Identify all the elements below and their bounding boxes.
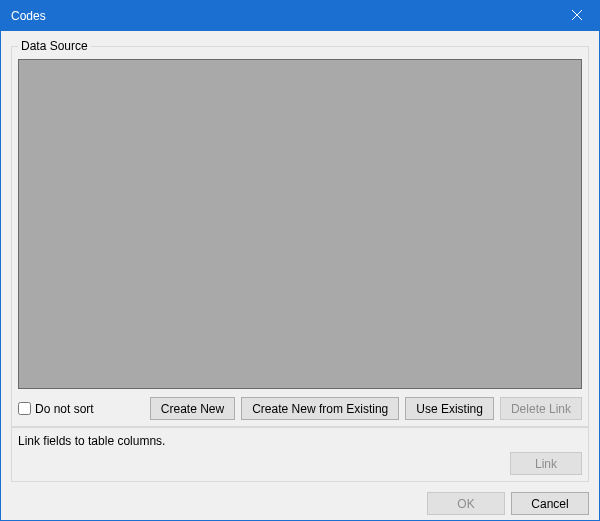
window-title: Codes — [11, 9, 46, 23]
do-not-sort-checkbox[interactable] — [18, 402, 31, 415]
use-existing-button[interactable]: Use Existing — [405, 397, 494, 420]
create-new-from-existing-button[interactable]: Create New from Existing — [241, 397, 399, 420]
data-source-grid[interactable] — [18, 59, 582, 389]
client-area: Data Source Do not sort Create New Creat… — [1, 31, 599, 521]
close-icon — [572, 9, 582, 23]
link-fields-group: Link fields to table columns. Link — [11, 427, 589, 482]
link-fields-message: Link fields to table columns. — [18, 434, 582, 448]
data-source-controls: Do not sort Create New Create New from E… — [18, 397, 582, 420]
create-new-button[interactable]: Create New — [150, 397, 235, 420]
close-button[interactable] — [554, 1, 599, 31]
codes-dialog: Codes Data Source Do not sort Create New… — [0, 0, 600, 521]
data-source-group: Data Source Do not sort Create New Creat… — [11, 39, 589, 427]
titlebar[interactable]: Codes — [1, 1, 599, 31]
link-button: Link — [510, 452, 582, 475]
cancel-button[interactable]: Cancel — [511, 492, 589, 515]
dialog-footer: OK Cancel — [11, 492, 589, 515]
do-not-sort-label: Do not sort — [35, 402, 94, 416]
delete-link-button: Delete Link — [500, 397, 582, 420]
do-not-sort-checkbox-wrap[interactable]: Do not sort — [18, 402, 94, 416]
ok-button: OK — [427, 492, 505, 515]
data-source-legend: Data Source — [18, 39, 91, 53]
